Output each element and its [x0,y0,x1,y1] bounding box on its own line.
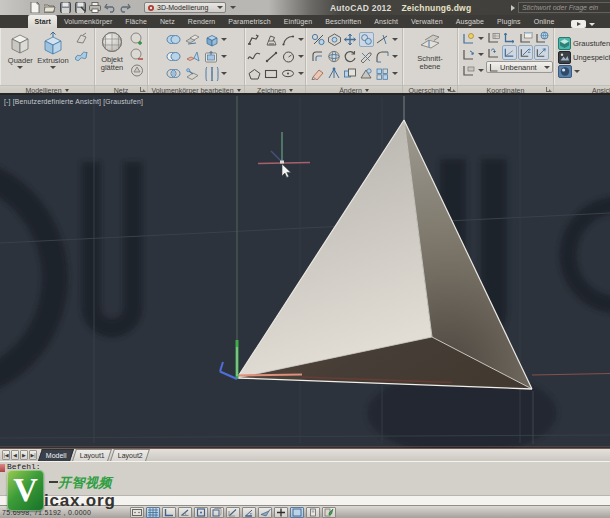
panel-ansicht-footer[interactable]: Ansicht [554,85,610,94]
prev-tab-icon[interactable]: ◀ [11,450,19,460]
command-window-grip-icon[interactable] [0,464,5,472]
rotate-sphere-button[interactable] [327,49,342,64]
ribbon-tab-rendern[interactable]: Rendern [181,15,222,28]
fillet-dropdown-icon[interactable] [392,55,398,58]
align-button[interactable] [359,66,374,81]
schnittebene-button[interactable]: Schnitt- ebene [413,30,447,72]
ucs-world-dropdown-icon[interactable] [478,37,484,40]
circle-dropdown-icon[interactable] [298,55,304,58]
panel-modellieren-footer[interactable]: Modellieren [0,85,94,94]
next-tab-icon[interactable]: ▶ [20,450,28,460]
ribbon-tab-flaeche[interactable]: Fläche [119,15,154,28]
tab-modell[interactable]: Modell [38,449,74,461]
mesh-smooth-less-button[interactable] [130,47,145,62]
interference-button[interactable] [185,49,200,64]
ucs-face-button[interactable] [461,63,476,78]
ucs-world-button[interactable] [461,31,476,46]
ucs-z-axis-button[interactable] [502,45,517,60]
grid-toggle[interactable] [146,507,160,518]
ucs-combo-dropdown-icon[interactable] [544,66,550,69]
spline-button[interactable] [247,49,262,64]
viewport[interactable]: [-] [Benutzerdefinierte Ansicht] [Graust… [0,95,610,448]
erase-button[interactable] [311,66,326,81]
transparency-toggle[interactable] [306,507,320,518]
tab-layout1[interactable]: Layout1 [72,449,112,461]
snap-toggle[interactable] [130,507,144,518]
view-combo-value[interactable]: Ungespeichert [573,53,610,62]
last-tab-icon[interactable]: ▶| [29,450,37,460]
workspace-combo[interactable]: 3D-Modellierung [144,2,226,13]
ucs-previous-button[interactable] [486,45,501,60]
osnap-3d-toggle[interactable] [210,507,224,518]
shell-dropdown-icon[interactable] [221,72,227,75]
panel-netz-launcher-icon[interactable] [140,87,146,93]
ribbon-tab-einfuegen[interactable]: Einfügen [277,15,318,28]
press-pull-dropdown-icon[interactable] [221,55,227,58]
qat-more-icon[interactable] [230,6,236,9]
offset-button[interactable] [311,49,326,64]
shell-button[interactable] [204,66,219,81]
visual-style-value[interactable]: Graustufen [573,39,610,48]
infocenter-arrow-icon[interactable] [511,5,515,11]
rotate-3d-button[interactable] [327,32,342,47]
ucs-z-vector-button[interactable]: Z [518,45,533,60]
infocenter-search-input[interactable]: Stichwort oder Frage ein [518,2,610,13]
network-surface-button[interactable] [74,47,89,62]
panel-zeichnen-footer[interactable]: Zeichnen [245,85,305,94]
subtract-button[interactable] [166,49,181,64]
press-pull-button[interactable] [204,49,219,64]
extrusion-button[interactable]: Extrusion [35,30,70,70]
quader-button[interactable]: Quader [5,30,35,70]
new-file-icon[interactable] [29,2,41,14]
dyn-input-toggle[interactable] [258,507,272,518]
workspace-switch-button[interactable] [571,20,595,28]
coordinate-display[interactable]: 75.6998, 71.5192 , 0.0000 [2,509,130,516]
save-as-icon[interactable] [74,2,86,14]
circle-button[interactable] [281,49,296,64]
hatch-button[interactable] [264,32,279,47]
imprint-button[interactable] [185,66,200,81]
ribbon-tab-beschriften[interactable]: Beschriften [319,15,368,28]
mesh-refine-button[interactable] [130,31,145,46]
panel-aendern-footer[interactable]: Ändern [306,85,402,94]
render-style-button[interactable] [558,65,572,78]
extract-edges-dropdown-icon[interactable] [221,38,227,41]
panel-volumenkoerper-expand-icon[interactable] [237,89,241,92]
ribbon-tab-verwalten[interactable]: Verwalten [404,15,449,28]
arc-dropdown-icon[interactable] [298,38,304,41]
render-style-dropdown-icon[interactable] [574,70,580,73]
redo-icon[interactable] [119,2,131,14]
union-button[interactable] [166,32,181,47]
fillet-button[interactable] [375,49,390,64]
ucs-face-dropdown-icon[interactable] [478,69,484,72]
planar-surface-button[interactable] [74,31,89,46]
panel-querschnitt-launcher-icon[interactable] [450,87,456,93]
copy-button[interactable] [359,32,374,47]
ribbon-tab-ausgabe[interactable]: Ausgabe [449,15,490,28]
rectangle-button[interactable] [264,66,279,81]
move-button[interactable] [343,32,358,47]
extrusion-dropdown-icon[interactable] [50,66,56,69]
quader-dropdown-icon[interactable] [17,66,23,69]
save-icon[interactable] [59,2,71,14]
workspace-switch-dropdown-icon[interactable] [589,23,595,26]
ortho-toggle[interactable] [162,507,176,518]
ducs-toggle[interactable]: z [242,507,256,518]
command-line-area[interactable]: Befehl: Befehl: Befehl: [0,461,610,505]
trim-button[interactable] [375,32,390,47]
tetrahedron-left-face[interactable] [237,120,432,378]
slice-button[interactable] [185,32,200,47]
osnap-toggle[interactable] [194,507,208,518]
first-tab-icon[interactable]: |◀ [2,450,10,460]
panel-koordinaten-launcher-icon[interactable] [546,87,552,93]
mesh-crease-button[interactable] [130,63,145,78]
lineweight-toggle[interactable] [290,507,304,518]
ucs-origin-button[interactable] [502,30,517,45]
rotate-button[interactable] [343,49,358,64]
ribbon-tab-parametrisch[interactable]: Parametrisch [222,15,277,28]
ribbon-tab-netz[interactable]: Netz [153,15,181,28]
array-options-dropdown-icon[interactable] [392,72,398,75]
ellipse-button[interactable] [281,66,296,81]
open-file-icon[interactable] [44,2,56,14]
extract-edges-button[interactable] [204,32,219,47]
